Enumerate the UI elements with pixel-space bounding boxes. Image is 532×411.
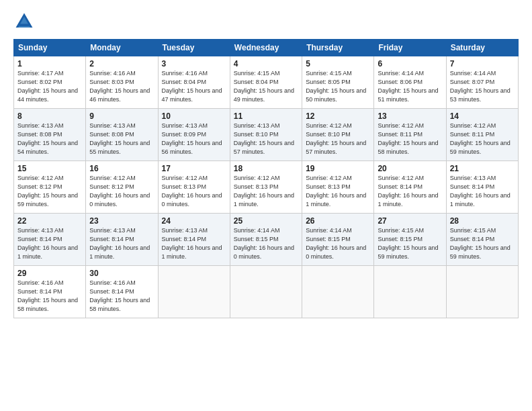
day-info: Sunrise: 4:13 AMSunset: 8:08 PMDaylight:… (89, 122, 154, 156)
day-number: 8 (17, 111, 82, 121)
day-number: 19 (306, 164, 370, 173)
day-info: Sunrise: 4:12 AMSunset: 8:12 PMDaylight:… (89, 174, 154, 209)
day-number: 7 (450, 59, 515, 68)
calendar-cell: 15Sunrise: 4:12 AMSunset: 8:12 PMDayligh… (14, 161, 86, 214)
calendar-cell: 13Sunrise: 4:12 AMSunset: 8:11 PMDayligh… (374, 109, 446, 161)
calendar-cell: 5Sunrise: 4:15 AMSunset: 8:05 PMDaylight… (302, 56, 374, 109)
calendar-cell (374, 266, 446, 318)
calendar-cell: 11Sunrise: 4:13 AMSunset: 8:10 PMDayligh… (230, 109, 302, 161)
header-day-sunday: Sunday (14, 40, 86, 56)
day-number: 9 (89, 111, 154, 121)
day-number: 3 (162, 59, 226, 68)
day-number: 24 (162, 216, 226, 226)
day-number: 28 (450, 216, 515, 226)
day-info: Sunrise: 4:15 AMSunset: 8:05 PMDaylight:… (306, 69, 370, 104)
day-info: Sunrise: 4:12 AMSunset: 8:10 PMDaylight:… (306, 122, 370, 156)
day-number: 13 (378, 111, 442, 121)
day-number: 29 (17, 269, 82, 278)
calendar-cell: 23Sunrise: 4:13 AMSunset: 8:14 PMDayligh… (86, 214, 158, 266)
header-day-tuesday: Tuesday (158, 40, 230, 56)
day-info: Sunrise: 4:12 AMSunset: 8:13 PMDaylight:… (234, 174, 298, 209)
calendar-cell: 27Sunrise: 4:15 AMSunset: 8:15 PMDayligh… (374, 214, 446, 266)
calendar-cell: 16Sunrise: 4:12 AMSunset: 8:12 PMDayligh… (86, 161, 158, 214)
calendar-cell: 22Sunrise: 4:13 AMSunset: 8:14 PMDayligh… (14, 214, 86, 266)
day-info: Sunrise: 4:12 AMSunset: 8:13 PMDaylight:… (162, 174, 226, 209)
week-row-3: 15Sunrise: 4:12 AMSunset: 8:12 PMDayligh… (14, 161, 519, 214)
day-info: Sunrise: 4:13 AMSunset: 8:14 PMDaylight:… (162, 226, 226, 261)
calendar-table: SundayMondayTuesdayWednesdayThursdayFrid… (13, 39, 519, 318)
week-row-4: 22Sunrise: 4:13 AMSunset: 8:14 PMDayligh… (14, 214, 519, 266)
day-number: 4 (234, 59, 298, 68)
day-number: 2 (89, 59, 154, 68)
week-row-1: 1Sunrise: 4:17 AMSunset: 8:02 PMDaylight… (14, 56, 519, 109)
calendar-cell: 8Sunrise: 4:13 AMSunset: 8:08 PMDaylight… (14, 109, 86, 161)
header-row: SundayMondayTuesdayWednesdayThursdayFrid… (14, 40, 519, 56)
day-number: 10 (162, 111, 226, 121)
day-info: Sunrise: 4:12 AMSunset: 8:14 PMDaylight:… (378, 174, 442, 209)
calendar-body: 1Sunrise: 4:17 AMSunset: 8:02 PMDaylight… (14, 56, 519, 318)
header-day-friday: Friday (374, 40, 446, 56)
day-number: 12 (306, 111, 370, 121)
day-info: Sunrise: 4:13 AMSunset: 8:14 PMDaylight:… (89, 226, 154, 261)
day-info: Sunrise: 4:13 AMSunset: 8:08 PMDaylight:… (17, 122, 82, 156)
day-number: 26 (306, 216, 370, 226)
header-day-thursday: Thursday (302, 40, 374, 56)
calendar-cell (230, 266, 302, 318)
day-info: Sunrise: 4:13 AMSunset: 8:10 PMDaylight:… (234, 122, 298, 156)
calendar-cell: 18Sunrise: 4:12 AMSunset: 8:13 PMDayligh… (230, 161, 302, 214)
day-number: 30 (89, 269, 154, 278)
day-info: Sunrise: 4:14 AMSunset: 8:07 PMDaylight:… (450, 69, 515, 104)
day-number: 1 (17, 59, 82, 68)
calendar-cell: 3Sunrise: 4:16 AMSunset: 8:04 PMDaylight… (158, 56, 230, 109)
calendar-cell: 4Sunrise: 4:15 AMSunset: 8:04 PMDaylight… (230, 56, 302, 109)
calendar-cell: 28Sunrise: 4:15 AMSunset: 8:14 PMDayligh… (446, 214, 518, 266)
calendar-cell: 25Sunrise: 4:14 AMSunset: 8:15 PMDayligh… (230, 214, 302, 266)
day-number: 17 (162, 164, 226, 173)
calendar-header: SundayMondayTuesdayWednesdayThursdayFrid… (14, 40, 519, 56)
day-info: Sunrise: 4:15 AMSunset: 8:14 PMDaylight:… (450, 226, 515, 261)
day-info: Sunrise: 4:12 AMSunset: 8:11 PMDaylight:… (450, 122, 515, 156)
day-info: Sunrise: 4:16 AMSunset: 8:14 PMDaylight:… (89, 279, 154, 314)
week-row-2: 8Sunrise: 4:13 AMSunset: 8:08 PMDaylight… (14, 109, 519, 161)
calendar-cell: 29Sunrise: 4:16 AMSunset: 8:14 PMDayligh… (14, 266, 86, 318)
calendar-cell (302, 266, 374, 318)
calendar-cell: 17Sunrise: 4:12 AMSunset: 8:13 PMDayligh… (158, 161, 230, 214)
day-info: Sunrise: 4:15 AMSunset: 8:15 PMDaylight:… (378, 226, 442, 261)
day-info: Sunrise: 4:13 AMSunset: 8:09 PMDaylight:… (162, 122, 226, 156)
logo-icon (13, 11, 35, 32)
day-info: Sunrise: 4:14 AMSunset: 8:06 PMDaylight:… (378, 69, 442, 104)
day-number: 15 (17, 164, 82, 173)
day-info: Sunrise: 4:14 AMSunset: 8:15 PMDaylight:… (234, 226, 298, 261)
calendar-cell: 2Sunrise: 4:16 AMSunset: 8:03 PMDaylight… (86, 56, 158, 109)
day-number: 14 (450, 111, 515, 121)
day-info: Sunrise: 4:13 AMSunset: 8:14 PMDaylight:… (450, 174, 515, 209)
day-info: Sunrise: 4:16 AMSunset: 8:04 PMDaylight:… (162, 69, 226, 104)
day-number: 21 (450, 164, 515, 173)
header (13, 11, 519, 32)
day-number: 20 (378, 164, 442, 173)
day-info: Sunrise: 4:15 AMSunset: 8:04 PMDaylight:… (234, 69, 298, 104)
day-number: 23 (89, 216, 154, 226)
day-number: 22 (17, 216, 82, 226)
day-info: Sunrise: 4:16 AMSunset: 8:03 PMDaylight:… (89, 69, 154, 104)
day-info: Sunrise: 4:13 AMSunset: 8:14 PMDaylight:… (17, 226, 82, 261)
header-day-monday: Monday (86, 40, 158, 56)
day-number: 11 (234, 111, 298, 121)
calendar-cell (446, 266, 518, 318)
day-number: 18 (234, 164, 298, 173)
day-number: 6 (378, 59, 442, 68)
calendar-cell: 21Sunrise: 4:13 AMSunset: 8:14 PMDayligh… (446, 161, 518, 214)
header-day-wednesday: Wednesday (230, 40, 302, 56)
svg-rect-2 (19, 24, 29, 27)
day-number: 16 (89, 164, 154, 173)
day-info: Sunrise: 4:12 AMSunset: 8:11 PMDaylight:… (378, 122, 442, 156)
week-row-5: 29Sunrise: 4:16 AMSunset: 8:14 PMDayligh… (14, 266, 519, 318)
day-info: Sunrise: 4:16 AMSunset: 8:14 PMDaylight:… (17, 279, 82, 314)
calendar-cell: 7Sunrise: 4:14 AMSunset: 8:07 PMDaylight… (446, 56, 518, 109)
day-info: Sunrise: 4:17 AMSunset: 8:02 PMDaylight:… (17, 69, 82, 104)
header-day-saturday: Saturday (446, 40, 518, 56)
calendar-page: SundayMondayTuesdayWednesdayThursdayFrid… (0, 0, 532, 411)
day-info: Sunrise: 4:14 AMSunset: 8:15 PMDaylight:… (306, 226, 370, 261)
calendar-cell: 20Sunrise: 4:12 AMSunset: 8:14 PMDayligh… (374, 161, 446, 214)
calendar-cell: 19Sunrise: 4:12 AMSunset: 8:13 PMDayligh… (302, 161, 374, 214)
